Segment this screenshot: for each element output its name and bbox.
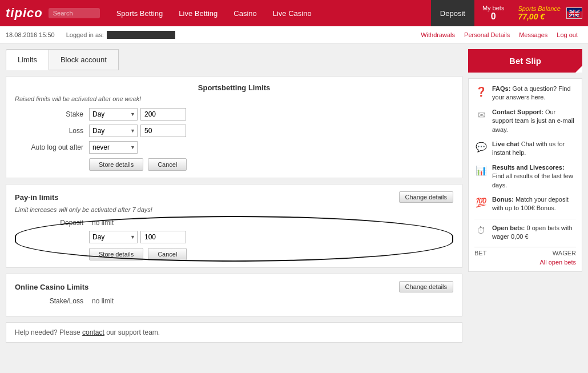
- top-navigation: tipico Sports Betting Live Betting Casin…: [0, 0, 588, 26]
- question-icon: ❓: [474, 85, 488, 99]
- nav-right: Deposit My bets 0 Sports Balance 77,00 €…: [431, 0, 582, 26]
- stake-label: Stake: [26, 110, 89, 118]
- payin-select-row: Day Week Month ▼: [15, 231, 453, 243]
- autologout-row: Auto log out after never 30 min 1 hour ▼: [15, 141, 453, 154]
- stake-input[interactable]: [140, 108, 186, 121]
- payin-select-wrapper: Day Week Month ▼: [89, 231, 138, 243]
- stake-select-wrapper: Day Week Month ▼: [89, 108, 138, 121]
- datetime: 18.08.2016 15:50: [6, 31, 55, 38]
- logged-in-area: Logged in as:: [66, 31, 417, 39]
- contact-link[interactable]: contact: [82, 328, 104, 336]
- payin-limits-section: Pay-in limits Change details Limit incre…: [6, 184, 462, 268]
- logout-link[interactable]: Log out: [552, 31, 582, 38]
- deposit-button[interactable]: Deposit: [431, 0, 474, 26]
- nav-sports-betting[interactable]: Sports Betting: [108, 0, 171, 26]
- sportsbetting-note: Raised limits will be activated after on…: [15, 95, 453, 102]
- tab-block-account[interactable]: Block account: [49, 49, 119, 70]
- open-bets-header: BET WAGER: [474, 247, 576, 256]
- loss-input[interactable]: [140, 125, 186, 137]
- personal-details-link[interactable]: Personal Details: [460, 31, 514, 38]
- payin-actions: Store details Cancel: [15, 248, 453, 260]
- payin-input[interactable]: [140, 231, 186, 243]
- results-desc: Find all results of the last few days.: [492, 173, 573, 188]
- loss-select[interactable]: Day Week Month: [89, 125, 138, 137]
- chat-icon: 💬: [474, 141, 488, 154]
- loss-select-wrapper: Day Week Month ▼: [89, 125, 138, 137]
- sports-balance-label: Sports Balance: [518, 5, 561, 12]
- sidebar-livechat: 💬 Live chat Chat with us for instant hel…: [474, 140, 576, 158]
- stakeloss-label: Stake/Loss: [26, 297, 89, 305]
- casino-header-row: Online Casino Limits Change details: [15, 281, 453, 292]
- account-links: Withdrawals Personal Details Messages Lo…: [416, 31, 582, 38]
- main-content: Limits Block account Sportsbetting Limit…: [6, 49, 462, 343]
- help-text-before: Help needed? Please: [15, 328, 82, 336]
- faqs-bold: FAQs:: [492, 85, 510, 92]
- sidebar-results: 📊 Results and Livescores: Find all resul…: [474, 163, 576, 190]
- results-icon: 📊: [474, 164, 488, 178]
- sidebar-faqs: ❓ FAQs: Got a question? Find your answer…: [474, 85, 576, 102]
- sidebar: Bet Slip ❓ FAQs: Got a question? Find yo…: [468, 49, 582, 343]
- payin-note: Limit increases will only be activated a…: [15, 206, 453, 213]
- my-bets-count: 0: [491, 11, 496, 22]
- stakeloss-row: Stake/Loss no limit: [15, 297, 453, 305]
- autologout-select[interactable]: never 30 min 1 hour: [89, 141, 138, 154]
- livechat-text: Live chat Chat with us for instant help.: [492, 140, 576, 158]
- search-input[interactable]: [49, 8, 100, 18]
- sidebar-bonus: 💯 Bonus: Match your deposit with up to 1…: [474, 195, 576, 213]
- loss-label: Loss: [26, 127, 89, 135]
- nav-live-betting[interactable]: Live Betting: [171, 0, 225, 26]
- stake-select[interactable]: Day Week Month: [89, 108, 138, 121]
- results-bold: Results and Livescores:: [492, 164, 565, 171]
- bet-column-label: BET: [474, 250, 486, 256]
- sports-balance-amount: 77,00 €: [518, 12, 545, 21]
- nav-links: Sports Betting Live Betting Casino Live …: [108, 0, 431, 26]
- all-open-bets-link[interactable]: All open bets: [474, 259, 576, 266]
- help-bar: Help needed? Please contact our support …: [6, 322, 462, 343]
- bet-slip-corner: [575, 66, 582, 73]
- nav-live-casino[interactable]: Live Casino: [265, 0, 320, 26]
- stake-row: Stake Day Week Month ▼: [15, 108, 453, 121]
- sidebar-info: ❓ FAQs: Got a question? Find your answer…: [468, 78, 582, 272]
- autologout-label: Auto log out after: [26, 143, 89, 151]
- stakeloss-value: no limit: [92, 297, 114, 305]
- bet-slip-label: Bet Slip: [509, 56, 541, 66]
- contact-text: Contact Support: Our support team is jus…: [492, 108, 576, 134]
- withdrawals-link[interactable]: Withdrawals: [416, 31, 460, 38]
- sportsbetting-store-button[interactable]: Store details: [89, 158, 143, 171]
- timer-icon: ⏱: [474, 224, 488, 238]
- messages-link[interactable]: Messages: [514, 31, 552, 38]
- nav-casino[interactable]: Casino: [225, 0, 264, 26]
- casino-limits-section: Online Casino Limits Change details Stak…: [6, 274, 462, 316]
- payin-change-details-button[interactable]: Change details: [399, 191, 453, 203]
- tabs: Limits Block account: [6, 49, 462, 70]
- my-bets-label: My bets: [482, 5, 505, 11]
- sportsbetting-cancel-button[interactable]: Cancel: [148, 158, 187, 171]
- wager-column-label: WAGER: [553, 250, 576, 256]
- sportsbetting-title: Sportsbetting Limits: [15, 83, 453, 92]
- livechat-bold: Live chat: [492, 141, 519, 147]
- email-icon: ✉: [474, 109, 488, 122]
- deposit-label: Deposit: [26, 219, 89, 227]
- autologout-select-wrapper: never 30 min 1 hour ▼: [89, 141, 138, 154]
- sports-balance[interactable]: Sports Balance 77,00 €: [512, 5, 566, 21]
- casino-change-details-button[interactable]: Change details: [399, 281, 453, 292]
- language-flag[interactable]: 🇬🇧: [566, 7, 582, 19]
- bonus-icon: 💯: [474, 196, 488, 210]
- payin-cancel-button[interactable]: Cancel: [148, 248, 187, 260]
- tab-limits[interactable]: Limits: [6, 49, 49, 70]
- payin-header-row: Pay-in limits Change details: [15, 191, 453, 203]
- open-bets-bold: Open bets:: [492, 224, 525, 231]
- sportsbetting-limits-section: Sportsbetting Limits Raised limits will …: [6, 76, 462, 178]
- second-bar: 18.08.2016 15:50 Logged in as: Withdrawa…: [0, 26, 588, 43]
- payin-store-button[interactable]: Store details: [89, 248, 143, 260]
- my-bets[interactable]: My bets 0: [474, 5, 513, 22]
- logged-in-label: Logged in as:: [66, 31, 104, 38]
- bet-slip-button[interactable]: Bet Slip: [468, 49, 582, 73]
- loss-row: Loss Day Week Month ▼: [15, 125, 453, 137]
- page-layout: Limits Block account Sportsbetting Limit…: [0, 43, 588, 348]
- sidebar-contact: ✉ Contact Support: Our support team is j…: [474, 108, 576, 134]
- casino-title: Online Casino Limits: [15, 283, 88, 291]
- username-bar: [107, 31, 175, 39]
- payin-select[interactable]: Day Week Month: [89, 231, 138, 243]
- contact-bold: Contact Support:: [492, 109, 543, 115]
